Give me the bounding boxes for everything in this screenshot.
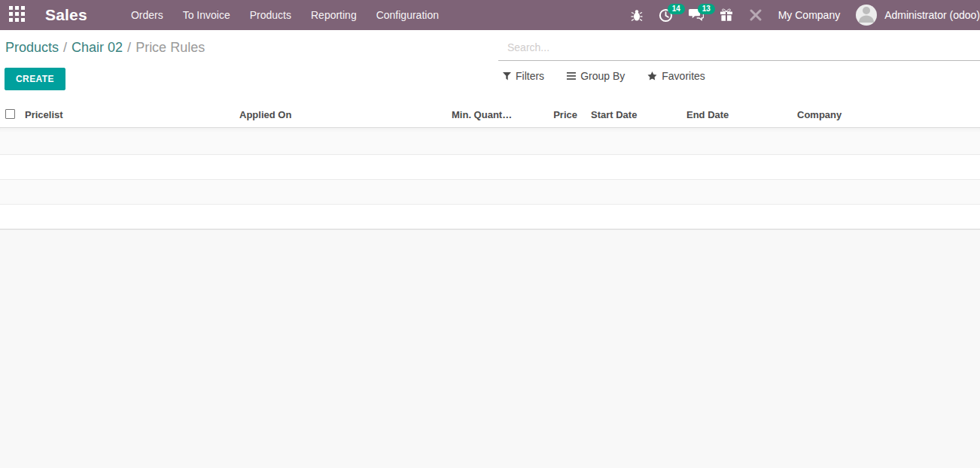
price-rules-list: Pricelist Applied On Min. Quant… Price S… xyxy=(0,102,980,468)
group-by-label: Group By xyxy=(580,70,625,82)
activities-badge: 14 xyxy=(668,4,685,14)
table-header: Pricelist Applied On Min. Quant… Price S… xyxy=(0,102,980,128)
breadcrumb-separator: / xyxy=(127,40,131,55)
column-header-pricelist[interactable]: Pricelist xyxy=(25,109,239,120)
menu-item-orders[interactable]: Orders xyxy=(131,1,163,29)
empty-area xyxy=(0,229,980,468)
star-icon xyxy=(647,71,657,81)
table-row[interactable] xyxy=(0,180,980,205)
filter-funnel-icon xyxy=(503,72,511,81)
select-all-cell xyxy=(0,109,25,121)
group-by-button[interactable]: Group By xyxy=(567,70,625,82)
menu-item-configuration[interactable]: Configuration xyxy=(376,1,439,29)
topbar: Sales Orders To Invoice Products Reporti… xyxy=(0,0,980,30)
table-row[interactable] xyxy=(0,128,980,155)
table-row[interactable] xyxy=(0,155,980,180)
messages-button[interactable]: 13 xyxy=(689,0,704,30)
apps-menu-button[interactable] xyxy=(0,0,33,30)
filters-label: Filters xyxy=(516,70,544,82)
column-header-applied-on[interactable]: Applied On xyxy=(239,109,452,120)
table-body xyxy=(0,128,980,229)
menu-item-reporting[interactable]: Reporting xyxy=(311,1,357,29)
app-name[interactable]: Sales xyxy=(45,6,87,24)
breadcrumb-separator: / xyxy=(63,40,67,55)
breadcrumb-products[interactable]: Products xyxy=(5,40,59,55)
tools-icon[interactable] xyxy=(749,0,762,30)
column-header-start-date[interactable]: Start Date xyxy=(577,109,686,120)
menu-item-products[interactable]: Products xyxy=(250,1,291,29)
gift-icon[interactable] xyxy=(720,0,733,30)
breadcrumb: Products/Chair 02/Price Rules xyxy=(5,40,205,56)
messages-badge: 13 xyxy=(698,4,715,14)
column-header-min-quantity[interactable]: Min. Quant… xyxy=(452,109,519,120)
user-menu[interactable]: Administrator (odoo) xyxy=(884,9,980,21)
group-by-lines-icon xyxy=(567,72,576,80)
search-input[interactable] xyxy=(507,41,980,53)
topbar-right: 14 13 My Company xyxy=(631,0,980,30)
filters-button[interactable]: Filters xyxy=(503,70,544,82)
breadcrumb-chair-02[interactable]: Chair 02 xyxy=(72,40,123,55)
column-header-company[interactable]: Company xyxy=(797,109,980,120)
search-options: Filters Group By Favorites xyxy=(503,70,705,82)
activities-button[interactable]: 14 xyxy=(659,0,673,30)
column-header-end-date[interactable]: End Date xyxy=(686,109,797,120)
company-switcher[interactable]: My Company xyxy=(778,9,840,21)
control-panel: Products/Chair 02/Price Rules CREATE Fil… xyxy=(0,30,980,102)
column-header-price[interactable]: Price xyxy=(519,109,577,120)
create-button[interactable]: CREATE xyxy=(5,68,65,90)
bug-icon[interactable] xyxy=(631,0,643,30)
apps-grid-icon xyxy=(9,6,25,25)
search-bar xyxy=(498,41,980,61)
favorites-label: Favorites xyxy=(662,70,705,82)
main-menu: Orders To Invoice Products Reporting Con… xyxy=(131,1,439,29)
table-row[interactable] xyxy=(0,205,980,229)
select-all-checkbox[interactable] xyxy=(5,109,15,119)
favorites-button[interactable]: Favorites xyxy=(647,70,705,82)
person-icon xyxy=(856,5,877,26)
breadcrumb-current: Price Rules xyxy=(135,40,205,55)
menu-item-to-invoice[interactable]: To Invoice xyxy=(183,1,230,29)
user-avatar[interactable] xyxy=(856,5,877,26)
